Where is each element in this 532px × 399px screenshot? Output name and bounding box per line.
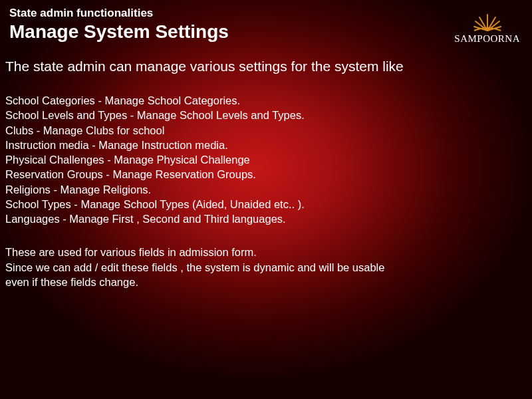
list-item: Religions - Manage Religions. bbox=[5, 182, 523, 197]
settings-list: School Categories - Manage School Catego… bbox=[0, 74, 532, 226]
brand-name: SAMPOORNA bbox=[454, 33, 520, 45]
slide-header: State admin functionalities Manage Syste… bbox=[0, 0, 532, 47]
list-item: School Levels and Types - Manage School … bbox=[5, 108, 523, 122]
brand-logo: SAMPOORNA bbox=[454, 12, 520, 45]
footer-line: Since we can add / edit these fields , t… bbox=[5, 260, 523, 275]
list-item: Instruction media - Manage Instruction m… bbox=[5, 138, 523, 152]
sunburst-icon bbox=[473, 12, 502, 32]
list-item: Clubs - Manage Clubs for school bbox=[5, 123, 523, 138]
footer-line: These are used for various fields in adm… bbox=[5, 245, 523, 259]
list-item: School Types - Manage School Types (Aide… bbox=[5, 197, 523, 211]
slide-subtitle: State admin functionalities bbox=[9, 7, 523, 20]
intro-text: The state admin can manage various setti… bbox=[0, 47, 532, 74]
footer-text: These are used for various fields in adm… bbox=[0, 226, 532, 289]
footer-line: even if these fields change. bbox=[5, 275, 523, 289]
list-item: Physical Challenges - Manage Physical Ch… bbox=[5, 152, 523, 167]
list-item: School Categories - Manage School Catego… bbox=[5, 93, 523, 108]
list-item: Reservation Groups - Manage Reservation … bbox=[5, 167, 523, 182]
slide-title: Manage System Settings bbox=[9, 21, 523, 43]
list-item: Languages - Manage First , Second and Th… bbox=[5, 211, 523, 226]
